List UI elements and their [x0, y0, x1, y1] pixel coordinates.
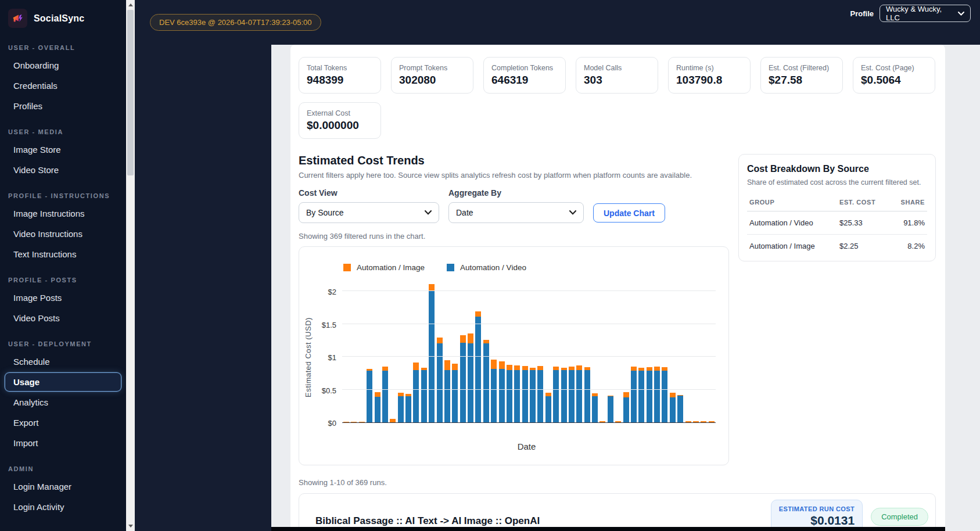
y-tick-label: $0	[313, 419, 336, 428]
run-title: Biblical Passage :: AI Text -> AI Image …	[315, 515, 540, 527]
aggregate-by-select-value: Date	[456, 208, 473, 217]
chart-bar	[561, 368, 567, 422]
bar-segment-video	[647, 371, 652, 422]
sidebar-section-user-overall: USER - OVERALLOnboardingCredentialsProfi…	[0, 44, 126, 116]
status-badge: Completed	[871, 508, 928, 526]
sidebar-item-video-posts[interactable]: Video Posts	[5, 308, 121, 328]
bar-segment-image	[685, 421, 691, 422]
sidebar-item-credentials[interactable]: Credentials	[5, 76, 121, 95]
cost-view-select[interactable]: By Source	[299, 202, 439, 223]
sidebar-item-analytics[interactable]: Analytics	[5, 393, 121, 412]
chart-bar	[693, 421, 699, 422]
stat-card-model-calls: Model Calls303	[576, 57, 658, 94]
profile-select-value: Wucky & Wucky, LLC	[886, 5, 953, 22]
stat-card-label: Completion Tokens	[491, 64, 558, 72]
scrollbar-up-icon[interactable]	[126, 1, 135, 9]
y-tick-label: $0.5	[313, 386, 336, 395]
sidebar-section-label: USER - MEDIA	[8, 128, 126, 135]
sidebar-item-image-store[interactable]: Image Store	[5, 140, 121, 159]
sidebar-item-schedule[interactable]: Schedule	[5, 352, 121, 371]
gridline	[342, 324, 716, 324]
sidebar-item-video-instructions[interactable]: Video Instructions	[5, 224, 121, 243]
profile-group: Profile Wucky & Wucky, LLC	[850, 5, 971, 22]
sidebar-item-export[interactable]: Export	[5, 413, 121, 432]
bar-segment-video	[670, 397, 676, 422]
bar-segment-video	[631, 371, 637, 422]
sidebar-item-login-activity[interactable]: Login Activity	[5, 497, 121, 516]
bar-segment-video	[491, 369, 497, 422]
sidebar-item-import[interactable]: Import	[5, 433, 121, 453]
page-scrollbar[interactable]	[126, 0, 135, 531]
chart-bar	[662, 367, 667, 422]
sidebar: SocialSync USER - OVERALLOnboardingCrede…	[0, 0, 126, 531]
bar-segment-video	[623, 397, 629, 422]
sidebar-item-image-posts[interactable]: Image Posts	[5, 288, 121, 307]
bar-segment-image	[522, 366, 528, 370]
sidebar-section-user-media: USER - MEDIAImage StoreVideo Store	[0, 128, 126, 180]
logo-link[interactable]: SocialSync	[0, 0, 126, 31]
breakdown-column-header: EST. COST	[837, 193, 891, 211]
chart-bar	[491, 360, 497, 422]
chart-bar	[460, 335, 466, 422]
bar-segment-video	[522, 370, 528, 422]
content-area: Total Tokens948399Prompt Tokens302080Com…	[271, 45, 980, 531]
run-cost-label: ESTIMATED RUN COST	[779, 505, 855, 512]
chart-legend: Automation / ImageAutomation / Video	[299, 247, 728, 272]
sidebar-item-text-instructions[interactable]: Text Instructions	[5, 245, 121, 264]
bar-segment-video	[530, 370, 536, 422]
app-root: SocialSync USER - OVERALLOnboardingCrede…	[0, 0, 980, 531]
update-chart-button[interactable]: Update Chart	[593, 203, 665, 223]
sidebar-item-profiles[interactable]: Profiles	[5, 96, 121, 116]
sidebar-item-usage[interactable]: Usage	[5, 372, 121, 392]
bar-segment-image	[507, 365, 512, 370]
cost-breakdown-card: Cost Breakdown By Source Share of estima…	[738, 154, 936, 261]
y-axis-ticks: $0$0.5$1$1.5$2	[317, 281, 340, 423]
legend-item-automation-image[interactable]: Automation / Image	[343, 263, 425, 272]
bar-segment-image	[375, 392, 380, 397]
scrollbar-down-icon[interactable]	[126, 522, 135, 530]
chart-bar	[405, 394, 411, 422]
bar-segment-video	[429, 291, 435, 422]
chart-bar	[421, 368, 427, 422]
chart-bar	[483, 340, 489, 422]
chart-bar	[514, 365, 520, 422]
stat-card-value: $0.5064	[861, 74, 927, 87]
bar-segment-video	[437, 343, 443, 422]
breakdown-column-header: SHARE	[891, 193, 927, 211]
stat-card-est-cost-filtered: Est. Cost (Filtered)$27.58	[760, 57, 843, 94]
bar-segment-image	[382, 367, 388, 371]
chart-bar	[569, 367, 575, 422]
chart-bar	[375, 392, 380, 422]
sidebar-item-video-store[interactable]: Video Store	[5, 160, 121, 180]
stat-card-external-cost: External Cost$0.000000	[299, 102, 381, 139]
run-card-main: Biblical Passage :: AI Text -> AI Image …	[315, 500, 540, 531]
sidebar-item-onboarding[interactable]: Onboarding	[5, 56, 121, 75]
runs-count-note: Showing 1-10 of 369 runs.	[299, 478, 936, 487]
x-axis-title: Date	[299, 442, 728, 451]
chart-bar	[468, 333, 473, 422]
scrollbar-thumb[interactable]	[127, 10, 134, 175]
aggregate-by-select[interactable]: Date	[448, 202, 584, 223]
sidebar-section-label: ADMIN	[8, 465, 126, 472]
legend-item-automation-video[interactable]: Automation / Video	[447, 263, 526, 272]
bar-segment-image	[351, 422, 357, 422]
bar-segment-video	[638, 371, 644, 422]
bar-segment-video	[499, 369, 505, 422]
bottom-edge-strip	[271, 527, 945, 531]
sidebar-section-label: PROFILE - POSTS	[8, 277, 126, 284]
bar-segment-image	[452, 364, 458, 369]
chart-bar	[475, 311, 481, 422]
bar-segment-video	[592, 396, 598, 422]
sidebar-item-image-instructions[interactable]: Image Instructions	[5, 204, 121, 223]
trends-title: Estimated Cost Trends	[299, 154, 729, 167]
sidebar-item-login-manager[interactable]: Login Manager	[5, 477, 121, 496]
breakdown-cell-cost: $2.25	[837, 235, 891, 258]
chart-bar	[530, 368, 536, 422]
bar-segment-image	[600, 421, 605, 422]
chart-bar	[677, 395, 683, 422]
profile-select[interactable]: Wucky & Wucky, LLC	[880, 5, 971, 22]
chart-bar	[615, 421, 621, 422]
chart-bar	[522, 366, 528, 422]
run-cost-value: $0.0131	[779, 514, 855, 528]
chart-bar	[608, 396, 613, 422]
